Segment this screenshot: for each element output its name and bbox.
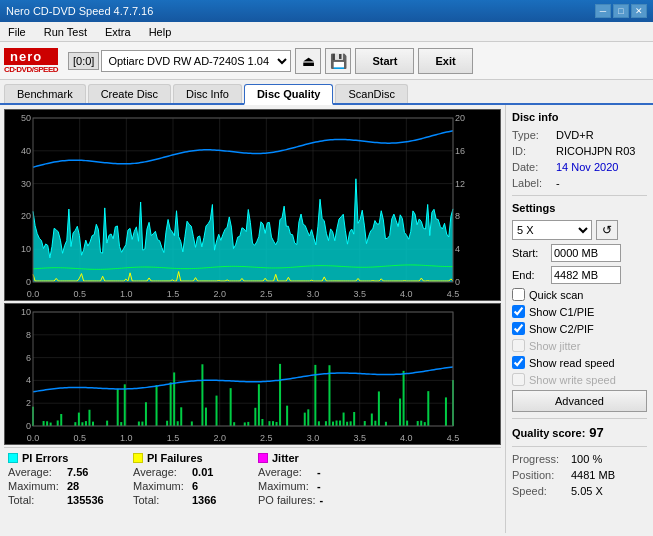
c2pif-checkbox[interactable]	[512, 322, 525, 335]
disc-type-value: DVD+R	[556, 129, 594, 141]
jitter-avg-value: -	[317, 466, 367, 478]
write-speed-row: Show write speed	[512, 373, 647, 386]
window-controls: ─ □ ✕	[595, 4, 647, 18]
speed-row: 5 X 1 X2 X4 X8 XMax ↺	[512, 220, 647, 240]
pi-errors-title: PI Errors	[22, 452, 68, 464]
tab-create-disc[interactable]: Create Disc	[88, 84, 171, 103]
disc-id-label: ID:	[512, 145, 552, 157]
read-speed-checkbox[interactable]	[512, 356, 525, 369]
read-speed-label: Show read speed	[529, 357, 615, 369]
pif-avg-label: Average:	[133, 466, 188, 478]
disc-label-row: Label: -	[512, 177, 647, 189]
menu-file[interactable]: File	[4, 24, 30, 40]
jitter-avg-label: Average:	[258, 466, 313, 478]
nero-logo-top: nero	[4, 48, 58, 65]
position-row: Position: 4481 MB	[512, 469, 647, 481]
disc-type-label: Type:	[512, 129, 552, 141]
titlebar: Nero CD-DVD Speed 4.7.7.16 ─ □ ✕	[0, 0, 653, 22]
pif-max-value: 6	[192, 480, 242, 492]
pif-max-label: Maximum:	[133, 480, 188, 492]
toolbar: nero CD·DVD/SPEED [0:0] Optiarc DVD RW A…	[0, 42, 653, 80]
progress-value: 100 %	[571, 453, 602, 465]
minimize-button[interactable]: ─	[595, 4, 611, 18]
position-value: 4481 MB	[571, 469, 615, 481]
jitter-checkbox[interactable]	[512, 339, 525, 352]
c2pif-row: Show C2/PIF	[512, 322, 647, 335]
legend-pi-failures: PI Failures Average: 0.01 Maximum: 6 Tot…	[133, 452, 242, 506]
window-title: Nero CD-DVD Speed 4.7.7.16	[6, 5, 153, 17]
exit-button[interactable]: Exit	[418, 48, 472, 74]
drive-index-label: [0:0]	[68, 52, 99, 70]
tab-benchmark[interactable]: Benchmark	[4, 84, 86, 103]
quality-score-value: 97	[589, 425, 603, 440]
divider1	[512, 195, 647, 196]
disc-id-row: ID: RICOHJPN R03	[512, 145, 647, 157]
pie-chart	[4, 109, 501, 301]
jitter-row: Show jitter	[512, 339, 647, 352]
speed-select[interactable]: 5 X 1 X2 X4 X8 XMax	[512, 220, 592, 240]
menu-extra[interactable]: Extra	[101, 24, 135, 40]
save-button[interactable]: 💾	[325, 48, 351, 74]
pif-total-value: 1366	[192, 494, 242, 506]
legend-jitter: Jitter Average: - Maximum: - PO failures…	[258, 452, 369, 506]
start-mb-row: Start:	[512, 244, 647, 262]
pif-chart	[4, 303, 501, 445]
scan-speed-value: 5.05 X	[571, 485, 603, 497]
legend-pi-errors: PI Errors Average: 7.56 Maximum: 28 Tota…	[8, 452, 117, 506]
nero-logo: nero CD·DVD/SPEED	[4, 48, 58, 74]
jitter-color	[258, 453, 268, 463]
tab-scan-disc[interactable]: ScanDisc	[335, 84, 407, 103]
po-failures-label: PO failures:	[258, 494, 315, 506]
eject-button[interactable]: ⏏	[295, 48, 321, 74]
right-panel: Disc info Type: DVD+R ID: RICOHJPN R03 D…	[505, 105, 653, 533]
tab-bar: Benchmark Create Disc Disc Info Disc Qua…	[0, 80, 653, 105]
write-speed-checkbox[interactable]	[512, 373, 525, 386]
pi-failures-color	[133, 453, 143, 463]
settings-title: Settings	[512, 202, 647, 214]
start-button[interactable]: Start	[355, 48, 414, 74]
progress-label: Progress:	[512, 453, 567, 465]
pie-total-label: Total:	[8, 494, 63, 506]
end-mb-label: End:	[512, 269, 547, 281]
pif-total-label: Total:	[133, 494, 188, 506]
jitter-title: Jitter	[272, 452, 299, 464]
disc-info-title: Disc info	[512, 111, 647, 123]
divider2	[512, 418, 647, 419]
disc-date-value: 14 Nov 2020	[556, 161, 618, 173]
c1pie-label: Show C1/PIE	[529, 306, 594, 318]
main-content: PI Errors Average: 7.56 Maximum: 28 Tota…	[0, 105, 653, 533]
refresh-button[interactable]: ↺	[596, 220, 618, 240]
maximize-button[interactable]: □	[613, 4, 629, 18]
quick-scan-label: Quick scan	[529, 289, 583, 301]
jitter-label: Show jitter	[529, 340, 580, 352]
nero-logo-bottom: CD·DVD/SPEED	[4, 65, 58, 74]
c1pie-checkbox[interactable]	[512, 305, 525, 318]
c1pie-row: Show C1/PIE	[512, 305, 647, 318]
quality-score-row: Quality score: 97	[512, 425, 647, 440]
tab-disc-quality[interactable]: Disc Quality	[244, 84, 334, 105]
menu-run-test[interactable]: Run Test	[40, 24, 91, 40]
disc-label-value: -	[556, 177, 560, 189]
position-label: Position:	[512, 469, 567, 481]
quality-score-label: Quality score:	[512, 427, 585, 439]
pi-errors-color	[8, 453, 18, 463]
jitter-max-value: -	[317, 480, 367, 492]
legend-area: PI Errors Average: 7.56 Maximum: 28 Tota…	[4, 447, 501, 510]
disc-label-label: Label:	[512, 177, 552, 189]
menu-help[interactable]: Help	[145, 24, 176, 40]
end-mb-input[interactable]	[551, 266, 621, 284]
pie-max-label: Maximum:	[8, 480, 63, 492]
tab-disc-info[interactable]: Disc Info	[173, 84, 242, 103]
divider3	[512, 446, 647, 447]
pie-avg-label: Average:	[8, 466, 63, 478]
disc-date-row: Date: 14 Nov 2020	[512, 161, 647, 173]
end-mb-row: End:	[512, 266, 647, 284]
charts-area: PI Errors Average: 7.56 Maximum: 28 Tota…	[0, 105, 505, 533]
start-mb-input[interactable]	[551, 244, 621, 262]
quick-scan-checkbox[interactable]	[512, 288, 525, 301]
drive-combo[interactable]: Optiarc DVD RW AD-7240S 1.04	[101, 50, 291, 72]
pie-total-value: 135536	[67, 494, 117, 506]
advanced-button[interactable]: Advanced	[512, 390, 647, 412]
disc-type-row: Type: DVD+R	[512, 129, 647, 141]
close-button[interactable]: ✕	[631, 4, 647, 18]
